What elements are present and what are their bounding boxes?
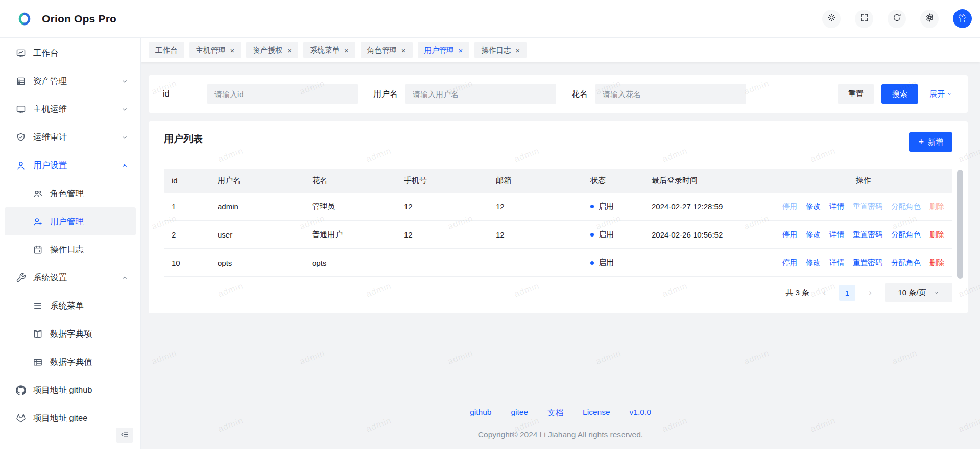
sidebar-item-asset-management[interactable]: 资产管理 [5, 67, 136, 95]
action-delete[interactable]: 删除 [929, 230, 944, 240]
sidebar-item-github[interactable]: 项目地址 github [5, 376, 136, 404]
column-header-3: 手机号 [396, 176, 488, 185]
fullscreen-button[interactable] [855, 10, 873, 28]
chevron-down-icon [121, 133, 129, 141]
close-tab-icon[interactable]: × [515, 46, 520, 54]
server-icon [16, 76, 26, 86]
sidebar-item-role-management[interactable]: 角色管理 [5, 179, 136, 207]
close-tab-icon[interactable]: × [401, 46, 406, 54]
tab-operation-log[interactable]: 操作日志× [474, 42, 527, 58]
action-disable[interactable]: 停用 [782, 202, 797, 211]
action-reset-password[interactable]: 重置密码 [853, 258, 882, 268]
search-fields: id用户名花名 [163, 84, 746, 104]
tab-user-management[interactable]: 用户管理× [418, 42, 470, 58]
tab-host-management[interactable]: 主机管理× [189, 42, 242, 58]
sidebar-item-label: 项目地址 gitee [33, 413, 87, 424]
close-tab-icon[interactable]: × [230, 46, 235, 54]
desktop-icon [16, 104, 26, 114]
action-detail[interactable]: 详情 [829, 230, 844, 240]
column-header-5: 状态 [583, 176, 644, 185]
sidebar-item-system-menu[interactable]: 系统菜单 [5, 292, 136, 320]
sidebar-item-user-management[interactable]: 用户管理 [5, 207, 136, 235]
sidebar-item-system-settings[interactable]: 系统设置 [5, 264, 136, 292]
action-detail[interactable]: 详情 [829, 202, 844, 211]
refresh-button[interactable] [888, 10, 906, 28]
pagination-next-button[interactable]: › [867, 288, 874, 298]
search-input-id[interactable] [207, 84, 358, 104]
action-assign-role[interactable]: 分配角色 [891, 230, 921, 240]
search-input-username[interactable] [405, 84, 556, 104]
wrench-icon [16, 273, 26, 283]
sidebar-item-operation-log[interactable]: 操作日志 [5, 235, 136, 264]
status-badge: 启用 [583, 202, 644, 211]
action-detail[interactable]: 详情 [829, 258, 844, 268]
action-delete[interactable]: 删除 [929, 258, 944, 268]
app-logo [13, 10, 36, 28]
tab-label: 资产授权 [253, 45, 282, 55]
sidebar-item-dict-value[interactable]: 数据字典值 [5, 348, 136, 376]
pagination-prev-button[interactable]: ‹ [821, 288, 828, 298]
tab-asset-authorization[interactable]: 资产授权× [246, 42, 298, 58]
table-row: 2user普通用户1212启用2024-02-26 10:56:52停用修改详情… [164, 221, 952, 249]
expand-toggle[interactable]: 展开 [929, 89, 953, 99]
sidebar-item-workbench[interactable]: 工作台 [5, 39, 136, 67]
search-input-nickname[interactable] [595, 84, 746, 104]
reset-button[interactable]: 重置 [838, 84, 874, 104]
pagination-total: 共 3 条 [785, 288, 809, 298]
pagination: 共 3 条 ‹ 1 › 10 条/页 [164, 283, 952, 302]
footer-link-gitee[interactable]: gitee [511, 408, 528, 418]
gear-icon [925, 13, 935, 25]
sidebar-item-dict-key[interactable]: 数据字典项 [5, 320, 136, 348]
fullscreen-icon [859, 13, 869, 25]
settings-button[interactable] [920, 10, 939, 28]
plus-icon: + [918, 137, 924, 147]
brand: Orion Ops Pro [13, 10, 116, 28]
action-disable[interactable]: 停用 [782, 258, 797, 268]
pagination-page-1[interactable]: 1 [839, 285, 855, 301]
cell-id: 10 [164, 258, 210, 267]
action-disable[interactable]: 停用 [782, 230, 797, 240]
search-button[interactable]: 搜索 [881, 84, 918, 104]
action-assign-role[interactable]: 分配角色 [891, 258, 921, 268]
footer-link-license[interactable]: License [583, 408, 610, 418]
action-edit[interactable]: 修改 [806, 202, 821, 211]
close-tab-icon[interactable]: × [287, 46, 292, 54]
tab-role-management[interactable]: 角色管理× [361, 42, 413, 58]
cell-nickname: 管理员 [304, 202, 396, 211]
close-tab-icon[interactable]: × [459, 46, 463, 54]
sun-icon [827, 13, 836, 25]
action-assign-role[interactable]: 分配角色 [891, 202, 921, 211]
cell-mobile: 12 [396, 230, 488, 239]
theme-button[interactable] [822, 10, 841, 28]
avatar[interactable]: 管 [953, 9, 972, 28]
sidebar-item-host-ops[interactable]: 主机运维 [5, 95, 136, 123]
action-reset-password[interactable]: 重置密码 [853, 230, 882, 240]
app-title: Orion Ops Pro [42, 13, 116, 25]
close-tab-icon[interactable]: × [344, 46, 349, 54]
page-size-select[interactable]: 10 条/页 [885, 283, 952, 302]
add-user-button[interactable]: + 新增 [909, 132, 952, 152]
sidebar-item-user-settings[interactable]: 用户设置 [5, 151, 136, 179]
action-reset-password[interactable]: 重置密码 [853, 202, 882, 211]
status-label: 启用 [599, 230, 614, 240]
action-edit[interactable]: 修改 [806, 258, 821, 268]
table-scrollbar[interactable] [957, 170, 963, 279]
action-edit[interactable]: 修改 [806, 230, 821, 240]
tab-system-menu[interactable]: 系统菜单× [303, 42, 355, 58]
footer-link-version[interactable]: v1.0.0 [630, 408, 651, 418]
sidebar-item-ops-audit[interactable]: 运维审计 [5, 123, 136, 151]
footer-link-github[interactable]: github [470, 408, 491, 418]
status-badge: 启用 [583, 258, 644, 268]
column-header-6: 最后登录时间 [644, 176, 774, 185]
header: Orion Ops Pro 管 [0, 0, 980, 38]
cell-id: 2 [164, 230, 210, 239]
header-actions: 管 [822, 9, 972, 28]
action-delete[interactable]: 删除 [929, 202, 944, 211]
table-row: 10optsopts启用停用修改详情重置密码分配角色删除 [164, 249, 952, 277]
tab-workbench[interactable]: 工作台 [149, 42, 184, 58]
search-card: id用户名花名 重置 搜索 展开 [149, 75, 968, 113]
sidebar-collapse-button[interactable] [116, 428, 133, 443]
footer-link-docs[interactable]: 文档 [547, 408, 563, 418]
chevron-up-icon [121, 274, 129, 282]
sidebar-item-label: 工作台 [33, 48, 59, 59]
